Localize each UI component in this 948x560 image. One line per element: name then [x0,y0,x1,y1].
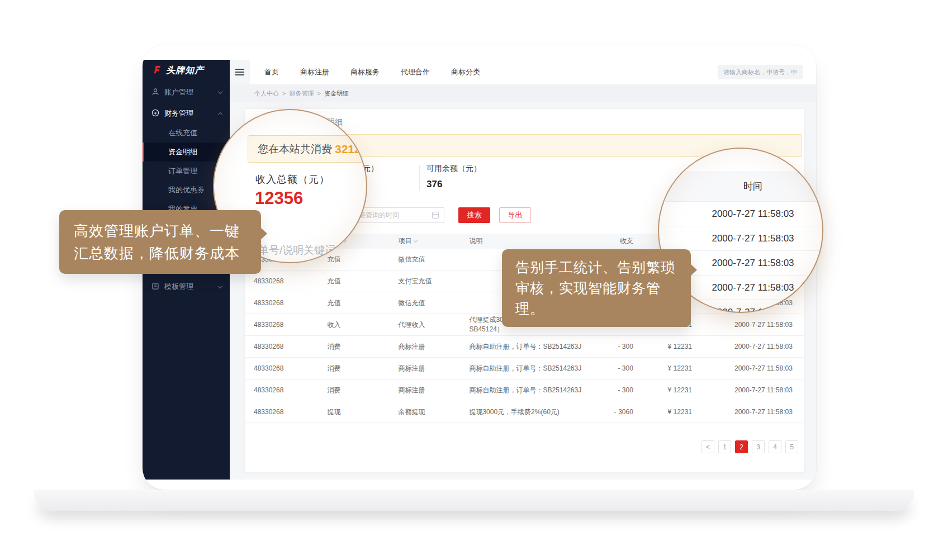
template-icon [151,282,159,292]
search-button[interactable]: 搜索 [458,207,490,223]
cell-order-no: 48330268 [254,299,327,307]
cell-order-no: 48330268 [254,364,327,372]
finance-icon: ¥ [151,109,159,118]
header-project[interactable]: 项目 [398,236,469,246]
nav-trademark-service[interactable]: 商标服务 [350,67,380,77]
magnified-income-value: 12356 [255,188,303,208]
calendar-icon [432,212,439,219]
magnified-time-row: 2000-7-27 11:58:03 [659,226,822,251]
breadcrumb-separator: > [282,90,286,97]
chevron-up-icon [218,112,222,116]
cell-type: 充值 [327,255,398,264]
nav-home[interactable]: 首页 [264,67,279,77]
cell-time: 2000-7-27 11:58:03 [692,343,804,350]
menu-button[interactable] [230,60,250,84]
breadcrumb: 个人中心 > 财务管理 > 资金明细 [230,84,816,102]
cell-time: 2000-7-27 11:58:03 [692,364,804,372]
sidebar-item-template[interactable]: 模板管理 [143,277,230,297]
breadcrumb-item[interactable]: 财务管理 [289,89,314,98]
cell-project: 余额提现 [398,407,469,417]
sidebar-item-finance[interactable]: ¥ 财务管理 [143,103,230,124]
callout-right-text: 告别手工统计、告别繁琐审核，实现智能财务管理。 [515,259,675,316]
cell-balance: ¥ 12231 [633,343,692,350]
cell-order-no: 48330268 [254,408,327,416]
callout-arrow-icon [260,227,267,240]
cell-balance: ¥ 12231 [633,364,692,372]
cell-type: 消费 [327,364,398,373]
magnified-time-header: 时间 [659,171,822,202]
cell-amount: - 3060 [587,408,633,416]
pagination-page-4[interactable]: 4 [769,440,781,453]
table-row: 48330268 消费 商标注册 商标自助注册，订单号：SB2514263J -… [245,336,804,358]
nav-trademark-category[interactable]: 商标分类 [451,67,480,77]
sidebar-subitem-recharge[interactable]: 在线充值 [143,124,230,143]
nav-agency[interactable]: 代理合作 [401,67,430,77]
menu-icon [235,72,244,73]
svg-text:¥: ¥ [154,111,157,116]
sidebar-item-label: 账户管理 [164,87,214,97]
magnified-time-row: 2000-7-27 11:58:03 [659,202,822,226]
cell-order-no: 48330268 [254,277,327,285]
magnified-income-label: 收入总额（元） [255,173,330,186]
magnified-banner: 您在本站共消费 32124 元 [248,135,367,163]
sidebar-subitem-funds-detail[interactable]: 资金明细 [143,143,230,162]
cell-balance: ¥ 12231 [633,408,692,416]
chevron-down-icon [218,283,222,288]
cell-amount: - 300 [587,364,633,372]
topbar: 首页 商标注册 商标服务 代理合作 商标分类 [230,60,816,84]
sidebar-item-account[interactable]: 账户管理 [143,81,230,103]
breadcrumb-current: 资金明细 [324,89,349,98]
sort-caret-icon [414,239,418,243]
cell-type: 提现 [327,407,398,417]
breadcrumb-separator: > [317,90,320,97]
top-navigation: 首页 商标注册 商标服务 代理合作 商标分类 [264,67,480,77]
laptop-base [34,490,914,511]
callout-right: 告别手工统计、告别繁琐审核，实现智能财务管理。 [502,249,691,327]
cell-project: 商标注册 [398,342,469,352]
pagination: < 1 2 3 4 5 [245,440,798,453]
cell-project: 微信充值 [398,298,469,308]
cell-type: 消费 [327,386,398,395]
cell-type: 充值 [327,277,398,286]
pagination-page-5[interactable]: 5 [785,440,798,453]
magnified-banner-text: 您在本站共消费 [258,142,332,156]
cell-time: 2000-7-27 11:58:03 [692,408,804,416]
trademark-search-input[interactable] [718,65,803,79]
cell-project: 商标注册 [398,364,469,373]
user-icon [151,88,159,97]
table-row: 48330268 消费 商标注册 商标自助注册，订单号：SB2514263J -… [245,358,804,379]
header-description: 说明 [469,236,586,246]
header-amount: 收支 [587,236,633,246]
pagination-page-3[interactable]: 3 [752,440,765,453]
callout-left: 高效管理账户订单、一键汇总数据，降低财务成本 [59,210,261,274]
cell-balance: ¥ 12231 [633,386,692,394]
nav-trademark-register[interactable]: 商标注册 [300,67,329,77]
cell-order-no: 48330268 [254,343,327,350]
export-button[interactable]: 导出 [499,207,531,223]
page: 头牌知产 账户管理 ¥ 财务管理 在线充值 资金明 [0,0,948,560]
cell-type: 消费 [327,342,398,352]
cell-project: 支付宝充值 [398,277,469,286]
cell-type: 收入 [327,320,398,330]
pagination-page-2-active[interactable]: 2 [735,440,748,453]
cell-type: 充值 [327,298,398,308]
stat-label: 可用余额（元） [426,164,481,174]
cell-time: 2000-7-27 11:58:03 [692,321,804,329]
stat-value: 376 [426,179,481,190]
cell-project: 代理收入 [398,320,469,330]
sidebar-item-label: 财务管理 [164,108,214,118]
pagination-page-1[interactable]: 1 [718,440,731,453]
brand-logo-icon [151,64,162,77]
cell-description: 提现3000元，手续费2%(60元) [469,407,586,417]
table-row: 48330268 提现 余额提现 提现3000元，手续费2%(60元) - 30… [245,401,804,423]
cell-order-no: 48330268 [254,321,327,329]
pagination-prev-button[interactable]: < [701,440,714,453]
stat-divider [419,165,420,191]
chevron-down-icon [218,89,222,93]
cell-amount: - 300 [587,343,633,350]
sidebar-item-label: 模板管理 [164,282,214,292]
cell-project: 微信充值 [398,255,469,264]
breadcrumb-item[interactable]: 个人中心 [254,89,279,98]
callout-left-text: 高效管理账户订单、一键汇总数据，降低财务成本 [74,222,240,262]
callout-arrow-icon [690,264,697,276]
